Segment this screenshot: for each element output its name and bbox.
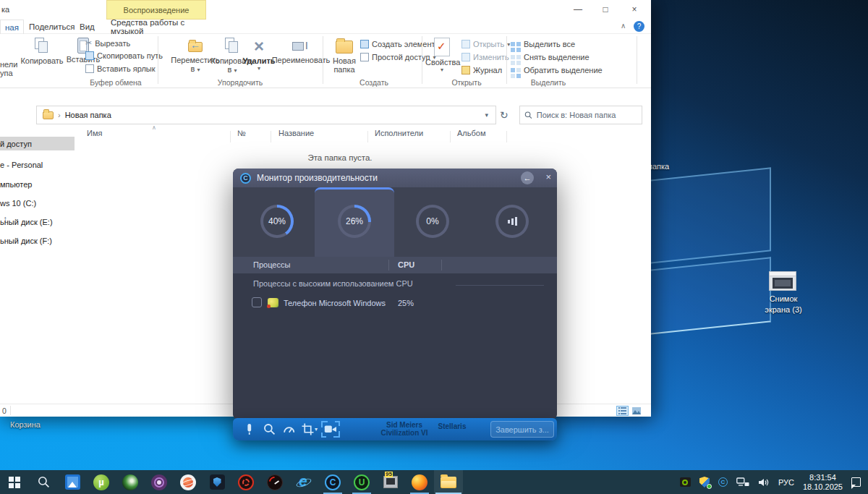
taskbar-shield-app[interactable] xyxy=(203,470,231,494)
taskbar-fps-monitor[interactable]: 95 xyxy=(376,470,405,494)
process-row[interactable]: Телефон Microsoft Windows 25% xyxy=(233,295,557,312)
desktop-icon-screenshot[interactable] xyxy=(769,271,796,291)
taskbar-utorrent[interactable]: µ xyxy=(87,470,116,494)
taskbar-sputnik-browser[interactable] xyxy=(174,470,203,494)
pin-quick-access-fragment[interactable]: нелиупа xyxy=(0,60,17,77)
metrics-gauge[interactable] xyxy=(495,205,529,238)
language-indicator[interactable]: РУС xyxy=(778,478,794,487)
col-cpu[interactable]: CPU xyxy=(398,260,414,269)
action-center-icon[interactable] xyxy=(851,477,861,487)
sidebar-item-drive-c[interactable]: ws 10 (C:) xyxy=(0,196,75,210)
copy-button[interactable]: Копировать xyxy=(19,38,65,65)
end-task-button[interactable]: Завершить з... xyxy=(490,421,554,438)
taskbar-internet-explorer[interactable]: e xyxy=(289,470,318,494)
sidebar-item-drive-f[interactable]: ьный диск (F:) xyxy=(0,234,75,247)
empty-folder-text: Эта папка пуста. xyxy=(275,153,405,162)
thumbnail-view-button[interactable] xyxy=(630,406,642,416)
recycle-bin-label[interactable]: Корзина xyxy=(10,420,41,429)
cut-button[interactable]: ✂ Вырезать xyxy=(85,38,130,48)
speedometer-icon[interactable] xyxy=(283,423,295,435)
tab-home[interactable]: ная xyxy=(0,20,24,34)
cpu-gauge[interactable]: 26% xyxy=(338,205,371,238)
collapse-ribbon-icon[interactable]: ∧ xyxy=(621,22,626,30)
monitor-title: Монитор производительности xyxy=(257,173,378,183)
search-input[interactable] xyxy=(537,111,637,119)
easy-access-button[interactable]: Простой доступ▾ xyxy=(360,53,436,61)
crop-dropdown-icon[interactable]: ▾ xyxy=(315,426,318,433)
back-button[interactable]: ← xyxy=(521,171,534,184)
taskbar-game-green[interactable] xyxy=(116,470,145,494)
help-icon[interactable]: ? xyxy=(634,21,644,32)
ccleaner-tray-icon[interactable]: C xyxy=(718,477,728,487)
tray-clock[interactable]: 8:31:54 18.10.2025 xyxy=(803,473,843,492)
properties-icon xyxy=(434,38,450,56)
network-tray-icon[interactable] xyxy=(736,477,749,487)
clear-selection-icon xyxy=(511,55,515,59)
ram-gauge[interactable]: 40% xyxy=(260,205,294,238)
taskbar-tor-browser[interactable] xyxy=(145,470,174,494)
paste-shortcut-button[interactable]: Вставить ярлык xyxy=(85,64,156,73)
record-camera-button[interactable] xyxy=(321,421,340,438)
sidebar-item-onedrive[interactable]: e - Personal xyxy=(0,158,75,171)
select-all-icon xyxy=(511,42,515,46)
taskbar-search-button[interactable] xyxy=(29,470,58,494)
breadcrumb-path[interactable]: Новая папка xyxy=(65,111,111,119)
sidebar-item-this-pc[interactable]: мпьютер xyxy=(0,177,75,191)
clear-selection-button[interactable]: Снять выделение xyxy=(511,53,590,61)
boost-icon[interactable] xyxy=(243,423,255,435)
taskbar-iobit-uninstaller[interactable]: U xyxy=(347,470,376,494)
select-all-button[interactable]: Выделить все xyxy=(511,40,575,48)
address-dropdown-icon[interactable]: ▾ xyxy=(485,111,488,119)
edit-button[interactable]: Изменить xyxy=(461,53,509,61)
properties-button[interactable]: Свойства ▾ xyxy=(425,38,459,73)
sidebar-item-drive-e[interactable]: ьный диск (E:) xyxy=(0,215,75,229)
nvidia-tray-icon[interactable] xyxy=(680,477,691,487)
game-label-civilization[interactable]: Sid MeiersCivilization VI xyxy=(375,421,434,437)
column-title[interactable]: Название xyxy=(278,129,314,137)
col-processes[interactable]: Процессы xyxy=(253,260,290,269)
column-album[interactable]: Альбом xyxy=(457,129,485,137)
volume-tray-icon[interactable] xyxy=(758,477,770,487)
close-button[interactable]: × xyxy=(622,0,647,18)
maximize-button[interactable]: □ xyxy=(593,0,618,18)
explorer-titlebar[interactable]: ка Воспроизведение — □ × xyxy=(0,0,651,20)
minimize-button[interactable]: — xyxy=(566,0,590,18)
taskbar-driver-booster[interactable] xyxy=(231,470,260,494)
performance-monitor-window: C Монитор производительности ← × 40% 26%… xyxy=(233,169,557,420)
copy-path-button[interactable]: Скопировать путь xyxy=(85,51,163,60)
taskbar-file-explorer[interactable] xyxy=(434,470,463,494)
monitor-titlebar[interactable]: C Монитор производительности ← × xyxy=(233,169,557,187)
defender-tray-icon[interactable] xyxy=(699,477,710,487)
start-button[interactable] xyxy=(0,470,29,494)
ribbon: нелиупа Копировать Вставить ✂ Вырезать С… xyxy=(0,34,651,88)
tab-music-tools[interactable]: Средства работы с музыкой xyxy=(106,20,206,34)
taskbar-firefox[interactable] xyxy=(405,470,434,494)
monitor-close-button[interactable]: × xyxy=(545,171,551,182)
group-organize: Упорядочить xyxy=(197,78,284,87)
tab-share[interactable]: Поделиться xyxy=(25,20,80,34)
refresh-icon[interactable]: ↻ xyxy=(500,109,509,121)
history-button[interactable]: Журнал xyxy=(461,66,502,74)
sidebar-item-quick-access[interactable]: й доступ xyxy=(0,137,75,150)
game-label-stellaris[interactable]: Stellaris xyxy=(434,422,470,430)
new-folder-button[interactable]: Новая папка xyxy=(326,38,363,74)
invert-selection-button[interactable]: Обратить выделение xyxy=(511,66,603,74)
section-divider xyxy=(456,285,544,286)
column-number[interactable]: № xyxy=(237,129,246,137)
open-icon xyxy=(461,40,470,48)
column-artists[interactable]: Исполнители xyxy=(375,129,423,137)
address-bar[interactable]: › Новая папка ▾ xyxy=(36,106,496,124)
taskbar-aida-gauge[interactable] xyxy=(260,470,289,494)
taskbar-photos-app[interactable] xyxy=(58,470,87,494)
details-view-button[interactable] xyxy=(616,406,629,416)
search-box[interactable] xyxy=(519,106,642,124)
process-checkbox[interactable] xyxy=(252,297,262,307)
disk-gauge[interactable]: 0% xyxy=(416,205,449,238)
taskbar-ccleaner[interactable]: C xyxy=(318,470,347,494)
red-gear-icon xyxy=(238,474,254,490)
tab-view[interactable]: Вид xyxy=(75,20,99,34)
crop-icon[interactable] xyxy=(302,423,314,435)
magnifier-icon[interactable] xyxy=(263,423,276,435)
open-button[interactable]: Открыть▾ xyxy=(461,40,510,48)
column-name[interactable]: Имя xyxy=(87,129,102,137)
